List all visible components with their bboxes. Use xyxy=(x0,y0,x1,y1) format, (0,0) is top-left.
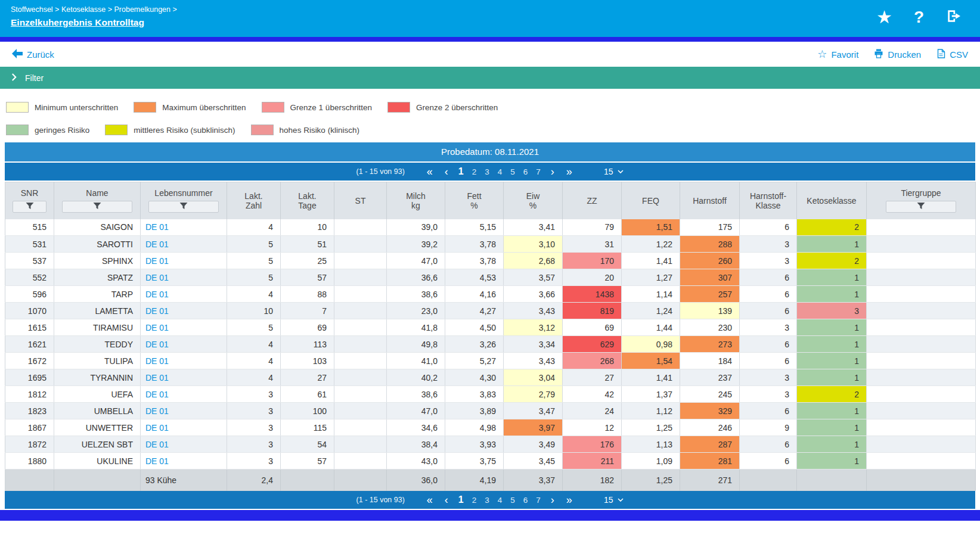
cell-harnstoff: 257 xyxy=(680,286,740,303)
column-header-milch[interactable]: Milchkg xyxy=(387,182,445,219)
lebensnummer-link[interactable]: DE 01 xyxy=(145,323,169,332)
cell-st xyxy=(334,436,387,453)
filter-lebensnummer-button[interactable] xyxy=(148,201,219,213)
first-page-button[interactable]: « xyxy=(423,495,437,505)
last-page-button[interactable]: » xyxy=(562,495,576,505)
cell-fett: 4,27 xyxy=(445,303,504,319)
column-header-zz[interactable]: ZZ xyxy=(563,182,622,219)
lebensnummer-link[interactable]: DE 01 xyxy=(145,456,169,466)
cell-eiw: 3,57 xyxy=(504,269,563,286)
cell-milch: 38,4 xyxy=(387,436,445,453)
lebensnummer-link[interactable]: DE 01 xyxy=(145,240,169,249)
page-size-select[interactable]: 15 xyxy=(604,167,624,176)
cell-feq: 1,41 xyxy=(622,369,680,386)
cell-lakt_tage: 103 xyxy=(281,353,334,369)
lebensnummer-link[interactable]: DE 01 xyxy=(145,256,169,266)
filter-name-button[interactable] xyxy=(62,201,132,213)
summary-cell-ketoseklasse xyxy=(797,469,867,491)
page-5-button[interactable]: 5 xyxy=(508,496,517,505)
first-page-button[interactable]: « xyxy=(423,166,437,177)
lebensnummer-link[interactable]: DE 01 xyxy=(145,222,169,232)
page-7-button[interactable]: 7 xyxy=(534,167,543,176)
favorite-star-icon[interactable]: ★ xyxy=(876,8,892,26)
csv-button[interactable]: CSV xyxy=(936,49,968,60)
lebensnummer-link[interactable]: DE 01 xyxy=(145,406,169,416)
column-header-snr[interactable]: SNR xyxy=(5,182,54,219)
page-7-button[interactable]: 7 xyxy=(534,496,543,505)
cell-eiw: 3,66 xyxy=(504,286,563,303)
last-page-button[interactable]: » xyxy=(562,166,576,177)
page-4-button[interactable]: 4 xyxy=(495,167,505,176)
cell-lakt_tage: 113 xyxy=(281,336,334,353)
page-2-button[interactable]: 2 xyxy=(470,167,479,176)
lebensnummer-link[interactable]: DE 01 xyxy=(145,356,169,366)
lebensnummer-link[interactable]: DE 01 xyxy=(145,440,169,449)
back-button[interactable]: Zurück xyxy=(12,49,54,60)
breadcrumb[interactable]: Stoffwechsel > Ketoseklasse > Probemelku… xyxy=(11,5,969,14)
cell-tiergruppe xyxy=(867,336,976,353)
legend-item: Grenze 1 überschritten xyxy=(262,102,372,113)
cell-ketoseklasse: 2 xyxy=(797,386,867,403)
lebensnummer-link[interactable]: DE 01 xyxy=(145,290,169,299)
favorit-button[interactable]: ☆ Favorit xyxy=(817,48,858,61)
page-title[interactable]: Einzelkuhergebnis Kontrolltag xyxy=(11,17,969,28)
summary-cell-milch: 36,0 xyxy=(387,469,445,491)
column-header-harnstoff_klasse[interactable]: Harnstoff-Klasse xyxy=(740,182,797,219)
column-header-fett[interactable]: Fett% xyxy=(445,182,504,219)
page-3-button[interactable]: 3 xyxy=(482,167,492,176)
cell-name: UEFA xyxy=(54,386,141,403)
cell-lebensnummer: DE 01 xyxy=(141,336,227,353)
next-page-button[interactable]: › xyxy=(547,166,559,177)
cell-snr: 515 xyxy=(5,219,54,236)
page-6-button[interactable]: 6 xyxy=(521,167,531,176)
page-1-button[interactable]: 1 xyxy=(456,495,466,505)
drucken-button[interactable]: Drucken xyxy=(874,49,921,60)
page-2-button[interactable]: 2 xyxy=(470,496,479,505)
cell-harnstoff: 307 xyxy=(680,269,740,286)
lebensnummer-link[interactable]: DE 01 xyxy=(145,373,169,382)
cell-milch: 49,8 xyxy=(387,336,445,353)
table-row: 1823UMBELLADE 01310047,03,893,47241,1232… xyxy=(5,403,976,419)
page-4-button[interactable]: 4 xyxy=(495,496,505,505)
lebensnummer-link[interactable]: DE 01 xyxy=(145,423,169,433)
help-icon[interactable]: ? xyxy=(914,9,924,26)
next-page-button[interactable]: › xyxy=(547,495,559,505)
column-header-feq[interactable]: FEQ xyxy=(622,182,680,219)
cell-harnstoff_klasse: 6 xyxy=(740,269,797,286)
logout-icon[interactable] xyxy=(945,8,962,26)
page-5-button[interactable]: 5 xyxy=(508,167,517,176)
cell-feq: 1,54 xyxy=(622,353,680,369)
page-6-button[interactable]: 6 xyxy=(521,496,531,505)
cell-eiw: 3,43 xyxy=(504,303,563,319)
table-row: 1615TIRAMISUDE 0156941,84,503,12691,4423… xyxy=(5,319,976,336)
cell-eiw: 3,45 xyxy=(504,453,563,469)
prev-page-button[interactable]: ‹ xyxy=(441,166,452,177)
page-1-button[interactable]: 1 xyxy=(456,166,466,177)
column-header-lakt_zahl[interactable]: Lakt.Zahl xyxy=(227,182,281,219)
filter-snr-button[interactable] xyxy=(13,201,46,213)
lebensnummer-link[interactable]: DE 01 xyxy=(145,340,169,349)
column-header-name[interactable]: Name xyxy=(54,182,141,219)
page-size-select[interactable]: 15 xyxy=(604,495,624,505)
prev-page-button[interactable]: ‹ xyxy=(441,495,452,505)
column-header-ketoseklasse[interactable]: Ketoseklasse xyxy=(797,182,867,219)
cell-lebensnummer: DE 01 xyxy=(141,319,227,336)
lebensnummer-link[interactable]: DE 01 xyxy=(145,306,169,316)
column-header-eiw[interactable]: Eiw% xyxy=(504,182,563,219)
lebensnummer-link[interactable]: DE 01 xyxy=(145,390,169,399)
cell-milch: 34,6 xyxy=(387,419,445,436)
column-header-lakt_tage[interactable]: Lakt.Tage xyxy=(281,182,334,219)
cell-lakt_zahl: 5 xyxy=(227,253,281,269)
footer-bar xyxy=(0,510,980,521)
lebensnummer-link[interactable]: DE 01 xyxy=(145,273,169,282)
column-header-st[interactable]: ST xyxy=(334,182,387,219)
cell-lakt_tage: 57 xyxy=(281,269,334,286)
cell-lakt_zahl: 4 xyxy=(227,219,281,236)
column-header-lebensnummer[interactable]: Lebensnummer xyxy=(141,182,227,219)
cell-ketoseklasse: 1 xyxy=(797,269,867,286)
filter-tiergruppe-button[interactable] xyxy=(886,201,956,213)
filter-panel-toggle[interactable]: Filter xyxy=(0,67,980,89)
page-3-button[interactable]: 3 xyxy=(482,496,492,505)
column-header-tiergruppe[interactable]: Tiergruppe xyxy=(867,182,976,219)
column-header-harnstoff[interactable]: Harnstoff xyxy=(680,182,740,219)
